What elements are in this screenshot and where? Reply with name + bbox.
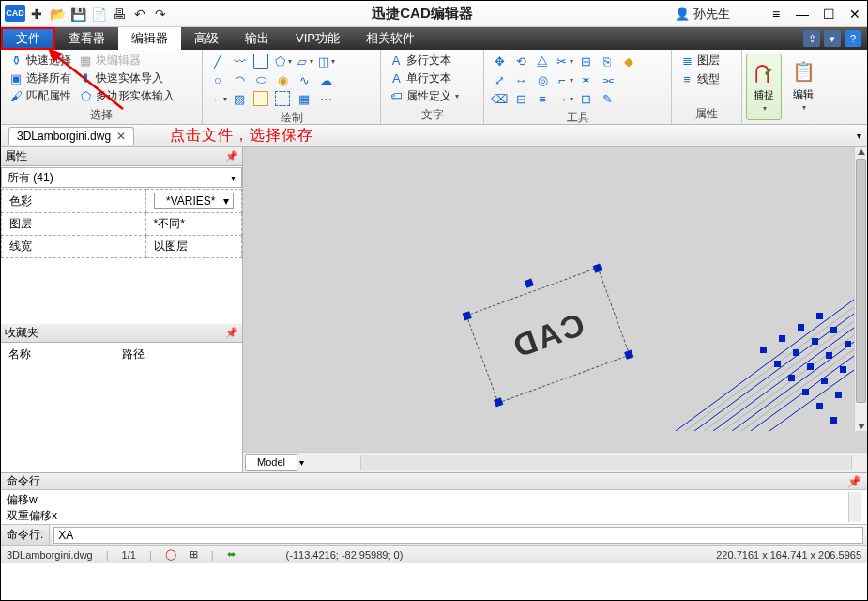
horizontal-scrollbar[interactable] — [360, 455, 852, 470]
circle-icon[interactable]: ○ — [208, 70, 227, 89]
align-icon[interactable]: ≡ — [533, 89, 552, 108]
maximize-icon[interactable]: ☐ — [820, 7, 837, 22]
rotate-icon[interactable]: ⟲ — [511, 52, 530, 70]
snap-button[interactable]: ⋂✔ 捕捉 ▾ — [746, 54, 782, 120]
edit-button[interactable]: 📋 编辑 ▾ — [785, 54, 821, 120]
line-icon[interactable]: ╱ — [208, 52, 227, 70]
layer-button[interactable]: ≣图层 — [678, 52, 736, 69]
menu-icon[interactable]: ≡ — [768, 7, 784, 22]
cmd-input[interactable] — [53, 527, 863, 544]
mtext-button[interactable]: A多行文本 — [387, 52, 478, 69]
extend-icon[interactable]: →▾ — [555, 89, 573, 108]
yellow-icon[interactable]: ◆ — [619, 52, 638, 70]
model-tab[interactable]: Model — [245, 454, 297, 471]
break-icon[interactable]: ⊟ — [511, 89, 530, 108]
open-icon[interactable]: 📂 — [48, 5, 67, 23]
edit-poly-icon[interactable]: ✎ — [598, 89, 617, 108]
cloud-icon[interactable]: ☁ — [316, 70, 335, 89]
tab-editor[interactable]: 编辑器 — [118, 27, 181, 50]
drawing-canvas[interactable]: CAD — [243, 147, 867, 452]
shape1-icon[interactable]: ▱▾ — [295, 52, 313, 70]
prop-row-color[interactable]: 色彩 *VARIES*▾ — [2, 190, 242, 213]
group-select-label: 选择 — [7, 105, 196, 125]
explode-icon[interactable]: ✶ — [576, 70, 595, 89]
tab-output[interactable]: 输出 — [232, 27, 282, 50]
donut-icon[interactable]: ◉ — [273, 70, 292, 89]
status-icon-3[interactable]: ⬌ — [227, 548, 236, 561]
tab-dropdown-icon[interactable]: ▾ — [857, 131, 861, 141]
selection-box[interactable]: CAD — [465, 267, 630, 403]
undo-icon[interactable]: ↶ — [130, 5, 149, 23]
tab-viewer[interactable]: 查看器 — [55, 27, 118, 50]
select-all-button[interactable]: ▣选择所有 — [7, 69, 73, 87]
match-props-button[interactable]: 🖌匹配属性 — [7, 87, 73, 105]
group-icon[interactable]: ⊡ — [576, 89, 595, 108]
stretch-icon[interactable]: ↔ — [511, 70, 530, 89]
tab-related[interactable]: 相关软件 — [353, 27, 428, 50]
tab-arrow-icon[interactable]: ▾ — [299, 457, 304, 468]
region-icon[interactable] — [251, 89, 270, 108]
new-icon[interactable]: ✚ — [27, 5, 46, 23]
offset-icon[interactable]: ◎ — [533, 70, 552, 89]
quick-import-button[interactable]: ⬇快速实体导入 — [76, 69, 165, 87]
status-icon-1[interactable]: ◯ — [165, 548, 176, 561]
polyline-icon[interactable]: 〰 — [230, 52, 249, 70]
svg-rect-27 — [830, 417, 837, 424]
rect-icon[interactable] — [251, 52, 270, 70]
tab-file[interactable]: 文件 — [1, 27, 55, 50]
tab-vip[interactable]: VIP功能 — [282, 27, 353, 50]
arc-icon[interactable]: ◠ — [230, 70, 249, 89]
cmd-scrollbar[interactable] — [848, 492, 861, 522]
pin-icon-2[interactable]: 📌 — [225, 327, 238, 339]
group-props-label: 属性 — [678, 104, 736, 124]
scale-icon[interactable]: ⤢ — [490, 70, 509, 89]
pdf-icon[interactable]: 📄 — [89, 5, 108, 23]
close-tab-icon[interactable]: ✕ — [116, 130, 126, 143]
print-icon[interactable]: 🖶 — [110, 5, 129, 23]
mirror-icon[interactable]: ⧋ — [533, 52, 552, 70]
more-draw-icon[interactable]: ⋯ — [316, 89, 335, 108]
help-icon[interactable]: ? — [845, 30, 861, 47]
table-icon[interactable]: ▦ — [295, 89, 313, 108]
redo-icon[interactable]: ↷ — [151, 5, 170, 23]
tab-advanced[interactable]: 高级 — [181, 27, 232, 50]
copy-icon[interactable]: ⎘ — [598, 52, 617, 70]
linetype-icon: ≡ — [679, 71, 694, 86]
attdef-button[interactable]: 🏷属性定义▾ — [387, 87, 478, 105]
svg-line-5 — [769, 370, 854, 431]
minimize-icon[interactable]: — — [794, 7, 811, 22]
join-icon[interactable]: ⫘ — [598, 70, 617, 89]
filter-combo[interactable]: 所有 (41)▾ — [1, 167, 242, 188]
chevron-down-icon[interactable]: ▾ — [824, 30, 841, 47]
linetype-button[interactable]: ≡线型 — [678, 70, 736, 88]
trim-icon[interactable]: ✂▾ — [555, 52, 573, 70]
prop-row-layer[interactable]: 图层*不同* — [2, 213, 242, 236]
array-icon[interactable]: ⊞ — [576, 52, 595, 70]
move-icon[interactable]: ✥ — [490, 52, 509, 70]
erase-icon[interactable]: ⌫ — [490, 89, 509, 108]
doc-tab[interactable]: 3DLamborgini.dwg ✕ — [8, 127, 134, 145]
prop-row-lweight[interactable]: 线宽以图层 — [2, 236, 242, 258]
status-icon-2[interactable]: ⊞ — [190, 548, 198, 561]
close-icon[interactable]: ✕ — [846, 7, 863, 22]
svg-rect-12 — [798, 324, 804, 331]
share-icon[interactable]: ⇪ — [803, 30, 820, 47]
point-icon[interactable]: ·▾ — [208, 89, 227, 108]
svg-line-2 — [713, 328, 854, 431]
vertical-scrollbar[interactable] — [854, 147, 867, 431]
spline-icon[interactable]: ∿ — [295, 70, 313, 89]
save-icon[interactable]: 💾 — [69, 5, 87, 23]
fillet-icon[interactable]: ⌐▾ — [555, 70, 573, 89]
quick-select-button[interactable]: ⚱快速选择 — [7, 52, 73, 69]
cmd-prompt: 命令行: — [1, 525, 50, 545]
polygon-draw-icon[interactable]: ⬠▾ — [273, 52, 292, 70]
shape2-icon[interactable]: ◫▾ — [316, 52, 335, 70]
hatch-icon[interactable]: ▨ — [230, 89, 249, 108]
poly-input-button[interactable]: ⬠多边形实体输入 — [76, 87, 176, 105]
ellipse-icon[interactable]: ⬭ — [251, 70, 270, 89]
pin-icon[interactable]: 📌 — [225, 150, 238, 162]
pin-icon-3[interactable]: 📌 — [847, 475, 861, 488]
stext-button[interactable]: A̲单行文本 — [387, 69, 478, 87]
boundary-icon[interactable] — [273, 89, 292, 108]
user-info[interactable]: 👤 孙先生 — [675, 6, 730, 23]
